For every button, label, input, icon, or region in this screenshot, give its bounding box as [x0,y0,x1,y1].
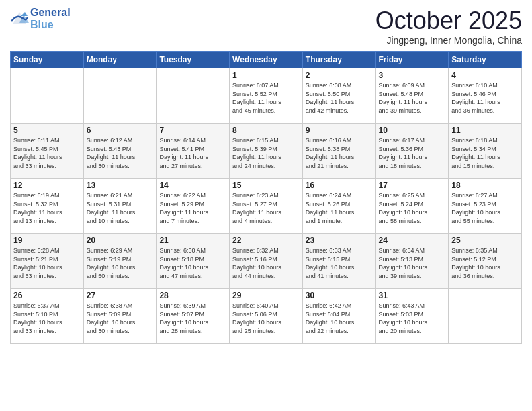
calendar-cell: 21Sunrise: 6:30 AM Sunset: 5:18 PM Dayli… [157,234,230,289]
day-number: 31 [379,291,446,300]
day-number: 30 [306,291,373,300]
day-info: Sunrise: 6:15 AM Sunset: 5:39 PM Dayligh… [232,136,300,170]
day-info: Sunrise: 6:16 AM Sunset: 5:38 PM Dayligh… [306,136,373,170]
day-info: Sunrise: 6:37 AM Sunset: 5:10 PM Dayligh… [13,302,81,335]
day-number: 17 [379,181,446,190]
day-info: Sunrise: 6:09 AM Sunset: 5:48 PM Dayligh… [379,81,446,115]
col-saturday: Saturday [449,52,522,68]
calendar-cell: 27Sunrise: 6:38 AM Sunset: 5:09 PM Dayli… [83,289,157,344]
day-number: 24 [379,236,446,245]
calendar-cell: 14Sunrise: 6:22 AM Sunset: 5:29 PM Dayli… [157,179,230,234]
day-number: 8 [232,126,300,135]
logo-text: General Blue [30,7,71,30]
day-number: 10 [379,126,446,135]
logo-icon [10,9,29,28]
day-number: 12 [13,181,81,190]
calendar-cell: 20Sunrise: 6:29 AM Sunset: 5:19 PM Dayli… [83,234,157,289]
day-info: Sunrise: 6:23 AM Sunset: 5:27 PM Dayligh… [232,191,300,225]
month-title: October 2025 [375,7,522,35]
day-number: 23 [306,236,373,245]
day-number: 28 [159,291,226,300]
day-info: Sunrise: 6:29 AM Sunset: 5:19 PM Dayligh… [87,246,154,280]
day-info: Sunrise: 6:11 AM Sunset: 5:45 PM Dayligh… [13,136,81,170]
day-number: 21 [159,236,226,245]
day-info: Sunrise: 6:43 AM Sunset: 5:03 PM Dayligh… [379,302,446,335]
day-info: Sunrise: 6:07 AM Sunset: 5:52 PM Dayligh… [232,81,300,115]
calendar-cell: 29Sunrise: 6:40 AM Sunset: 5:06 PM Dayli… [230,289,303,344]
day-info: Sunrise: 6:25 AM Sunset: 5:24 PM Dayligh… [379,191,446,225]
calendar-cell: 3Sunrise: 6:09 AM Sunset: 5:48 PM Daylig… [375,68,449,124]
day-number: 29 [232,291,300,300]
day-info: Sunrise: 6:32 AM Sunset: 5:16 PM Dayligh… [232,246,300,280]
day-info: Sunrise: 6:34 AM Sunset: 5:13 PM Dayligh… [379,246,446,280]
calendar-cell: 7Sunrise: 6:14 AM Sunset: 5:41 PM Daylig… [157,124,230,179]
day-info: Sunrise: 6:10 AM Sunset: 5:46 PM Dayligh… [451,81,519,115]
calendar-cell: 1Sunrise: 6:07 AM Sunset: 5:52 PM Daylig… [230,68,303,124]
header: General Blue October 2025 Jingpeng, Inne… [10,7,522,46]
col-friday: Friday [375,52,449,68]
day-info: Sunrise: 6:30 AM Sunset: 5:18 PM Dayligh… [159,246,226,280]
calendar-cell: 13Sunrise: 6:21 AM Sunset: 5:31 PM Dayli… [83,179,157,234]
day-info: Sunrise: 6:22 AM Sunset: 5:29 PM Dayligh… [159,191,226,225]
calendar-cell: 5Sunrise: 6:11 AM Sunset: 5:45 PM Daylig… [11,124,84,179]
day-number: 16 [306,181,373,190]
calendar-week-row: 1Sunrise: 6:07 AM Sunset: 5:52 PM Daylig… [11,68,522,124]
day-number: 27 [87,291,154,300]
day-number: 6 [87,126,154,135]
calendar-cell: 10Sunrise: 6:17 AM Sunset: 5:36 PM Dayli… [375,124,449,179]
day-info: Sunrise: 6:33 AM Sunset: 5:15 PM Dayligh… [306,246,373,280]
calendar-week-row: 19Sunrise: 6:28 AM Sunset: 5:21 PM Dayli… [11,234,522,289]
calendar-cell: 12Sunrise: 6:19 AM Sunset: 5:32 PM Dayli… [11,179,84,234]
col-tuesday: Tuesday [157,52,230,68]
day-number: 11 [451,126,519,135]
calendar-cell [11,68,84,124]
day-number: 20 [87,236,154,245]
calendar-cell: 16Sunrise: 6:24 AM Sunset: 5:26 PM Dayli… [302,179,375,234]
day-info: Sunrise: 6:28 AM Sunset: 5:21 PM Dayligh… [13,246,81,280]
day-info: Sunrise: 6:21 AM Sunset: 5:31 PM Dayligh… [87,191,154,225]
calendar-cell: 22Sunrise: 6:32 AM Sunset: 5:16 PM Dayli… [230,234,303,289]
day-number: 5 [13,126,81,135]
calendar-cell [449,289,522,344]
col-monday: Monday [83,52,157,68]
day-number: 4 [451,71,519,80]
title-block: October 2025 Jingpeng, Inner Mongolia, C… [375,7,522,46]
day-info: Sunrise: 6:42 AM Sunset: 5:04 PM Dayligh… [306,302,373,335]
calendar-cell: 31Sunrise: 6:43 AM Sunset: 5:03 PM Dayli… [375,289,449,344]
day-number: 1 [232,71,300,80]
day-number: 18 [451,181,519,190]
calendar-week-row: 26Sunrise: 6:37 AM Sunset: 5:10 PM Dayli… [11,289,522,344]
day-number: 25 [451,236,519,245]
day-info: Sunrise: 6:27 AM Sunset: 5:23 PM Dayligh… [451,191,519,225]
day-info: Sunrise: 6:24 AM Sunset: 5:26 PM Dayligh… [306,191,373,225]
calendar-cell: 8Sunrise: 6:15 AM Sunset: 5:39 PM Daylig… [230,124,303,179]
col-wednesday: Wednesday [230,52,303,68]
day-number: 3 [379,71,446,80]
calendar-cell: 28Sunrise: 6:39 AM Sunset: 5:07 PM Dayli… [157,289,230,344]
calendar-table: Sunday Monday Tuesday Wednesday Thursday… [10,51,522,344]
day-number: 14 [159,181,226,190]
day-number: 2 [306,71,373,80]
col-sunday: Sunday [11,52,84,68]
day-info: Sunrise: 6:19 AM Sunset: 5:32 PM Dayligh… [13,191,81,225]
calendar-cell: 26Sunrise: 6:37 AM Sunset: 5:10 PM Dayli… [11,289,84,344]
calendar-cell: 11Sunrise: 6:18 AM Sunset: 5:34 PM Dayli… [449,124,522,179]
col-thursday: Thursday [302,52,375,68]
day-info: Sunrise: 6:39 AM Sunset: 5:07 PM Dayligh… [159,302,226,335]
calendar-week-row: 12Sunrise: 6:19 AM Sunset: 5:32 PM Dayli… [11,179,522,234]
day-number: 22 [232,236,300,245]
calendar-cell: 23Sunrise: 6:33 AM Sunset: 5:15 PM Dayli… [302,234,375,289]
calendar-cell: 18Sunrise: 6:27 AM Sunset: 5:23 PM Dayli… [449,179,522,234]
day-info: Sunrise: 6:14 AM Sunset: 5:41 PM Dayligh… [159,136,226,170]
calendar-cell: 4Sunrise: 6:10 AM Sunset: 5:46 PM Daylig… [449,68,522,124]
day-number: 26 [13,291,81,300]
day-info: Sunrise: 6:38 AM Sunset: 5:09 PM Dayligh… [87,302,154,335]
calendar-week-row: 5Sunrise: 6:11 AM Sunset: 5:45 PM Daylig… [11,124,522,179]
calendar-cell: 15Sunrise: 6:23 AM Sunset: 5:27 PM Dayli… [230,179,303,234]
calendar-cell: 6Sunrise: 6:12 AM Sunset: 5:43 PM Daylig… [83,124,157,179]
calendar-cell: 19Sunrise: 6:28 AM Sunset: 5:21 PM Dayli… [11,234,84,289]
calendar-cell: 30Sunrise: 6:42 AM Sunset: 5:04 PM Dayli… [302,289,375,344]
location: Jingpeng, Inner Mongolia, China [375,35,522,46]
calendar-header-row: Sunday Monday Tuesday Wednesday Thursday… [11,52,522,68]
calendar-cell [157,68,230,124]
